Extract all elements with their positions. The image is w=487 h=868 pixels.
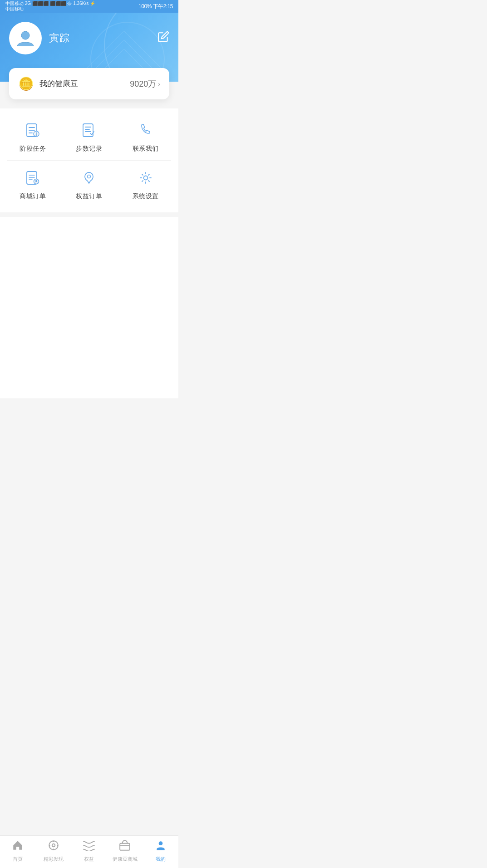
coin-icon: 🪙 (18, 76, 34, 91)
health-bean-label: 我的健康豆 (39, 78, 78, 89)
chevron-icon: › (158, 80, 160, 88)
health-bean-value: 9020万 › (130, 78, 160, 89)
settings-icon (136, 168, 156, 188)
edit-button[interactable] (157, 31, 169, 45)
menu-item-shop-order[interactable]: 商城订单 (5, 168, 61, 201)
avatar-icon (15, 27, 36, 49)
health-card[interactable]: 🪙 我的健康豆 9020万 › (9, 68, 169, 99)
svg-point-3 (21, 31, 30, 39)
svg-point-22 (143, 176, 148, 180)
rights-icon (79, 168, 99, 188)
username-label: 寅踪 (49, 31, 70, 45)
health-card-area: 🪙 我的健康豆 9020万 › (0, 68, 178, 99)
menu-row-2: 商城订单 权益订单 (0, 161, 178, 208)
contact-us-label: 联系我们 (133, 145, 159, 153)
status-bar: 中国移动 2G ⬛⬛⬛ ⬛⬛⬛ 奈 1.36K/s ⚡中国移动 100% 下午2… (0, 0, 178, 13)
menu-section: 阶段任务 步数记录 (0, 108, 178, 212)
rights-order-label: 权益订单 (76, 192, 102, 201)
status-carrier: 中国移动 2G ⬛⬛⬛ ⬛⬛⬛ 奈 1.36K/s ⚡中国移动 (5, 1, 95, 12)
status-time: 100% 下午2:15 (138, 3, 173, 10)
menu-item-step-record[interactable]: 步数记录 (61, 120, 117, 153)
empty-content-area (0, 217, 178, 398)
shop-order-icon (23, 168, 43, 188)
menu-item-system-settings[interactable]: 系统设置 (118, 168, 174, 201)
svg-point-21 (88, 175, 91, 178)
task-icon (23, 120, 43, 140)
stage-task-label: 阶段任务 (20, 145, 46, 153)
menu-item-contact-us[interactable]: 联系我们 (118, 120, 174, 153)
menu-item-stage-task[interactable]: 阶段任务 (5, 120, 61, 153)
steps-icon (79, 120, 99, 140)
card-left: 🪙 我的健康豆 (18, 76, 78, 91)
svg-point-20 (36, 180, 37, 181)
avatar[interactable] (9, 22, 42, 54)
phone-icon (136, 120, 156, 140)
shop-order-label: 商城订单 (20, 192, 46, 201)
menu-item-rights-order[interactable]: 权益订单 (61, 168, 117, 201)
menu-row-1: 阶段任务 步数记录 (0, 113, 178, 160)
profile-left: 寅踪 (9, 22, 70, 54)
system-settings-label: 系统设置 (133, 192, 159, 201)
step-record-label: 步数记录 (76, 145, 102, 153)
svg-point-10 (36, 135, 37, 136)
